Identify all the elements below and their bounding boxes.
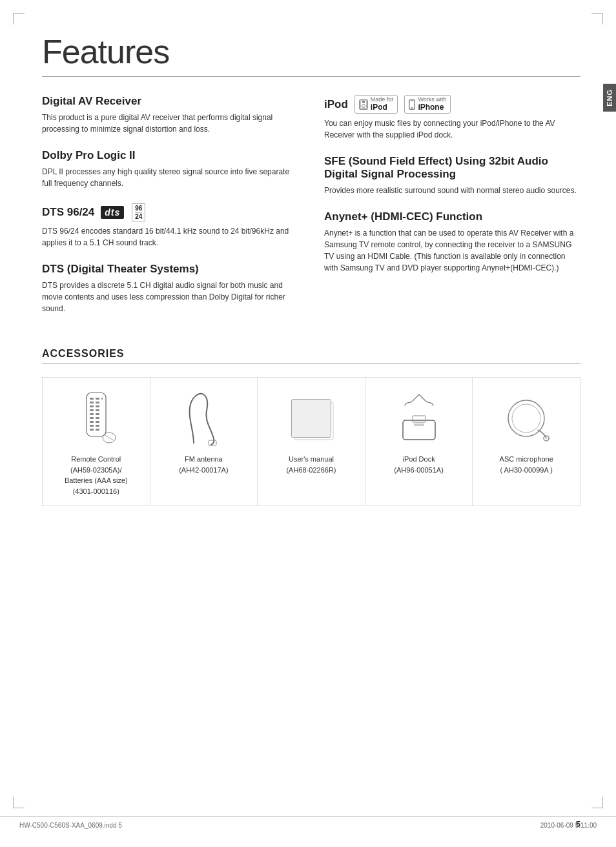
section-dts: DTS 96/24 dts 96 24 DTS 96/24 encodes st…: [42, 203, 298, 249]
dts-logo: dts: [101, 206, 124, 219]
accessory-asc-mic: ASC microphone ( AH30-00099A ): [473, 378, 580, 505]
asc-mic-icon: [502, 394, 551, 443]
dts-digital-text: DTS provides a discrete 5.1 CH digital a…: [42, 280, 298, 314]
accessories-title: ACCESSORIES: [42, 348, 580, 364]
section-sfe: SFE (Sound Field Effect) Using 32bit Aud…: [324, 155, 580, 196]
fm-antenna-icon: [184, 391, 223, 446]
section-ipod: iPod Made for iPod: [324, 95, 580, 141]
iphone-badge-text: Works with iPhone: [418, 97, 446, 112]
iphone-badge-icon: [409, 99, 415, 110]
two-column-layout: Digital AV Receiver This product is a pu…: [42, 95, 580, 329]
accessory-user-manual: User's manual (AH68-02266R): [258, 378, 365, 505]
page-title: Features: [42, 32, 580, 77]
ipod-dock-image: [387, 389, 451, 447]
corner-mark-bl: [13, 797, 25, 808]
dolby-title: Dolby Pro Logic II: [42, 149, 298, 162]
digital-av-text: This product is a pure digital AV receiv…: [42, 112, 298, 135]
svg-rect-35: [414, 424, 424, 426]
corner-mark-tl: [13, 13, 25, 25]
svg-rect-9: [101, 398, 103, 400]
digital-av-title: Digital AV Receiver: [42, 95, 298, 108]
dts-fraction-top: 96: [135, 205, 142, 213]
sfe-title: SFE (Sound Field Effect) Using 32bit Aud…: [324, 155, 580, 181]
svg-rect-22: [90, 425, 94, 427]
svg-rect-34: [413, 416, 426, 422]
sfe-text: Provides more realistic surround sound w…: [324, 185, 580, 196]
footer-right: 2010-06-09 5:11:00: [540, 822, 597, 829]
ipod-title: iPod: [324, 98, 348, 111]
ipod-text: You can enjoy music files by connecting …: [324, 117, 580, 141]
svg-rect-12: [90, 405, 94, 407]
svg-rect-21: [96, 421, 99, 423]
ipod-badge-text: Made for iPod: [371, 97, 394, 112]
svg-rect-10: [90, 402, 94, 403]
section-digital-av: Digital AV Receiver This product is a pu…: [42, 95, 298, 135]
svg-rect-14: [90, 409, 94, 411]
made-for-ipod-badge: Made for iPod: [354, 95, 398, 114]
ipod-badge-name: iPod: [371, 103, 394, 112]
svg-rect-32: [292, 400, 331, 437]
svg-rect-20: [90, 421, 94, 423]
right-column: iPod Made for iPod: [324, 95, 580, 329]
works-with-iphone-badge: Works with iPhone: [404, 95, 451, 114]
dts-fraction-bottom: 24: [135, 213, 142, 220]
dts-digital-title: DTS (Digital Theater Systems): [42, 263, 298, 276]
ipod-badge-icon: [359, 99, 368, 110]
dts-logo-text: dts: [105, 207, 120, 218]
section-dolby: Dolby Pro Logic II DPL II processes any …: [42, 149, 298, 189]
svg-rect-16: [90, 413, 94, 415]
user-manual-label: User's manual (AH68-02266R): [286, 454, 336, 475]
anynet-text: Anynet+ is a function that can be used t…: [324, 227, 580, 274]
svg-rect-19: [96, 417, 99, 419]
fm-antenna-label: FM antenna (AH42-00017A): [179, 454, 228, 475]
svg-rect-33: [403, 420, 435, 440]
remote-label: Remote Control (AH59-02305A)/ Batteries …: [65, 454, 128, 496]
ipod-title-row: iPod Made for iPod: [324, 95, 580, 114]
svg-rect-17: [96, 413, 99, 415]
dts-fraction: 96 24: [132, 203, 145, 221]
dts-text: DTS 96/24 encodes standard 16 bit/44.1 k…: [42, 225, 298, 249]
dts-title-row: DTS 96/24 dts 96 24: [42, 203, 298, 221]
dts-title: DTS 96/24: [42, 206, 94, 219]
asc-mic-label: ASC microphone ( AH30-00099A ): [500, 454, 553, 475]
corner-mark-tr: [591, 13, 603, 25]
accessories-section: ACCESSORIES: [42, 348, 580, 506]
remote-image: [64, 389, 128, 447]
user-manual-icon: [285, 394, 337, 443]
svg-rect-23: [96, 425, 99, 427]
svg-rect-24: [90, 429, 94, 431]
svg-rect-18: [90, 417, 94, 419]
eng-tab: ENG: [603, 84, 616, 112]
svg-point-1: [362, 104, 365, 107]
svg-rect-25: [96, 429, 99, 431]
svg-rect-7: [90, 398, 94, 400]
user-manual-image: [279, 389, 344, 447]
accessory-ipod-dock: iPod Dock (AH96-00051A): [365, 378, 473, 505]
anynet-title: Anynet+ (HDMI-CEC) Function: [324, 210, 580, 223]
svg-point-37: [512, 404, 540, 433]
accessory-remote: Remote Control (AH59-02305A)/ Batteries …: [43, 378, 150, 505]
remote-control-icon: [74, 391, 119, 446]
footer-left: HW-C500-C560S-XAA_0609.indd 5: [19, 822, 122, 829]
corner-mark-br: [591, 797, 603, 808]
left-column: Digital AV Receiver This product is a pu…: [42, 95, 298, 329]
svg-point-4: [411, 107, 413, 108]
svg-rect-15: [96, 409, 99, 411]
svg-rect-2: [362, 101, 365, 103]
footer: HW-C500-C560S-XAA_0609.indd 5 2010-06-09…: [0, 816, 616, 834]
accessories-grid: Remote Control (AH59-02305A)/ Batteries …: [42, 377, 580, 506]
fm-antenna-image: [171, 389, 236, 447]
iphone-badge-name: iPhone: [418, 103, 446, 112]
svg-rect-8: [96, 398, 99, 400]
svg-rect-13: [96, 405, 99, 407]
svg-rect-5: [411, 101, 413, 101]
dolby-text: DPL II processes any high quality stereo…: [42, 166, 298, 189]
ipod-dock-icon: [393, 391, 445, 446]
accessory-fm-antenna: FM antenna (AH42-00017A): [150, 378, 258, 505]
svg-rect-11: [96, 402, 99, 403]
ipod-dock-label: iPod Dock (AH96-00051A): [394, 454, 443, 475]
svg-line-27: [105, 435, 114, 440]
asc-mic-image: [494, 389, 559, 447]
section-dts-digital: DTS (Digital Theater Systems) DTS provid…: [42, 263, 298, 314]
section-anynet: Anynet+ (HDMI-CEC) Function Anynet+ is a…: [324, 210, 580, 274]
